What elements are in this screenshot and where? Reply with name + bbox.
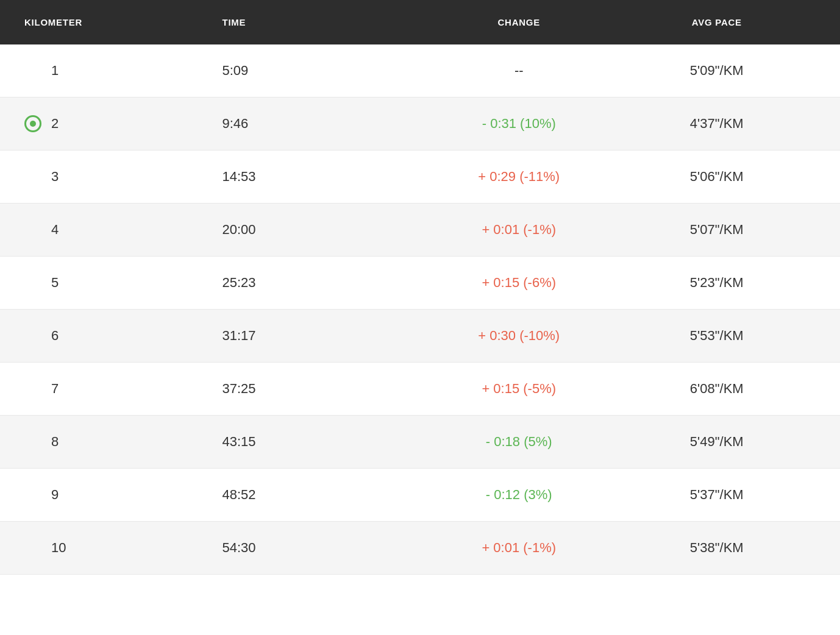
change-cell: + 0:01 (-1%) (420, 222, 618, 238)
km-number: 7 (51, 381, 59, 397)
pace-cell: 5'06"/KM (618, 169, 816, 185)
table-body: 15:09--5'09"/KM29:46- 0:31 (10%)4'37"/KM… (0, 44, 840, 575)
pace-cell: 5'07"/KM (618, 222, 816, 238)
km-number: 8 (51, 434, 59, 450)
table-row: 737:25+ 0:15 (-5%)6'08"/KM (0, 363, 840, 416)
change-cell: - 0:31 (10%) (420, 116, 618, 132)
change-cell: -- (420, 63, 618, 79)
change-cell: + 0:29 (-11%) (420, 169, 618, 185)
time-cell: 54:30 (222, 540, 421, 556)
change-cell: + 0:15 (-6%) (420, 275, 618, 291)
km-number: 3 (51, 169, 59, 185)
table-row: 15:09--5'09"/KM (0, 44, 840, 98)
change-cell: + 0:15 (-5%) (420, 381, 618, 397)
table-row: 843:15- 0:18 (5%)5'49"/KM (0, 416, 840, 469)
pace-cell: 5'38"/KM (618, 540, 816, 556)
km-number: 5 (51, 275, 59, 291)
header-kilometer: KILOMETER (24, 0, 222, 44)
table-header: KILOMETER TIME CHANGE AVG PACE (0, 0, 840, 44)
table-row: 420:00+ 0:01 (-1%)5'07"/KM (0, 204, 840, 257)
km-number: 2 (51, 116, 59, 132)
time-cell: 14:53 (222, 169, 421, 185)
time-cell: 20:00 (222, 222, 421, 238)
table-row: 525:23+ 0:15 (-6%)5'23"/KM (0, 257, 840, 310)
header-time: TIME (222, 0, 421, 44)
km-cell: 2 (24, 115, 222, 132)
km-number: 6 (51, 328, 59, 344)
km-number: 4 (51, 222, 59, 238)
table-row: 1054:30+ 0:01 (-1%)5'38"/KM (0, 522, 840, 575)
splits-table: KILOMETER TIME CHANGE AVG PACE 15:09--5'… (0, 0, 840, 575)
time-cell: 25:23 (222, 275, 421, 291)
table-row: 314:53+ 0:29 (-11%)5'06"/KM (0, 151, 840, 204)
km-cell: 7 (24, 381, 222, 397)
header-change: CHANGE (420, 0, 618, 44)
km-number: 9 (51, 487, 59, 503)
km-number: 1 (51, 63, 59, 79)
change-cell: + 0:30 (-10%) (420, 328, 618, 344)
km-cell: 4 (24, 222, 222, 238)
km-cell: 1 (24, 63, 222, 79)
pace-cell: 5'09"/KM (618, 63, 816, 79)
change-cell: - 0:12 (3%) (420, 487, 618, 503)
pace-cell: 5'53"/KM (618, 328, 816, 344)
km-cell: 3 (24, 169, 222, 185)
change-cell: + 0:01 (-1%) (420, 540, 618, 556)
km-cell: 9 (24, 487, 222, 503)
pace-cell: 4'37"/KM (618, 116, 816, 132)
km-cell: 10 (24, 540, 222, 556)
time-cell: 48:52 (222, 487, 421, 503)
table-row: 29:46- 0:31 (10%)4'37"/KM (0, 98, 840, 151)
pace-cell: 5'37"/KM (618, 487, 816, 503)
time-cell: 9:46 (222, 116, 421, 132)
pace-cell: 6'08"/KM (618, 381, 816, 397)
header-pace: AVG PACE (618, 0, 816, 44)
time-cell: 5:09 (222, 63, 421, 79)
km-cell: 6 (24, 328, 222, 344)
km-cell: 8 (24, 434, 222, 450)
change-cell: - 0:18 (5%) (420, 434, 618, 450)
time-cell: 31:17 (222, 328, 421, 344)
time-cell: 43:15 (222, 434, 421, 450)
km-cell: 5 (24, 275, 222, 291)
pace-cell: 5'23"/KM (618, 275, 816, 291)
table-row: 948:52- 0:12 (3%)5'37"/KM (0, 469, 840, 522)
time-cell: 37:25 (222, 381, 421, 397)
km-number: 10 (51, 540, 66, 556)
pace-cell: 5'49"/KM (618, 434, 816, 450)
best-lap-icon (24, 115, 41, 132)
table-row: 631:17+ 0:30 (-10%)5'53"/KM (0, 310, 840, 363)
